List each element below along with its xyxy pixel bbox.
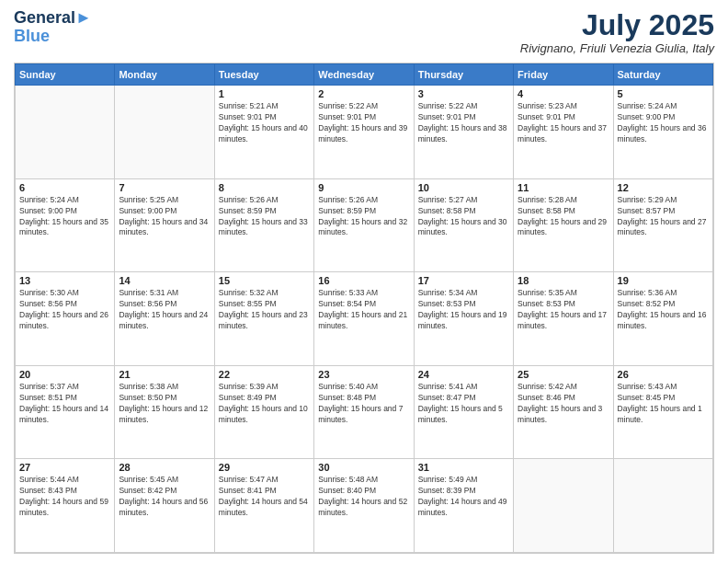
day-info: Sunrise: 5:39 AMSunset: 8:49 PMDaylight:… (219, 382, 310, 426)
day-number: 19 (618, 275, 709, 286)
page: General► Blue July 2025 Rivignano, Friul… (0, 0, 728, 563)
calendar-cell: 13Sunrise: 5:30 AMSunset: 8:56 PMDayligh… (16, 272, 115, 366)
logo: General► Blue (14, 9, 92, 46)
day-number: 20 (19, 369, 110, 380)
day-number: 2 (318, 88, 409, 99)
calendar-cell (613, 459, 712, 553)
day-info: Sunrise: 5:26 AMSunset: 8:59 PMDaylight:… (219, 195, 310, 239)
day-header-monday: Monday (115, 64, 214, 86)
day-number: 30 (318, 462, 409, 473)
month-year: July 2025 (520, 9, 714, 41)
day-info: Sunrise: 5:23 AMSunset: 9:01 PMDaylight:… (518, 101, 609, 145)
calendar-cell: 23Sunrise: 5:40 AMSunset: 8:48 PMDayligh… (314, 365, 414, 459)
location: Rivignano, Friuli Venezia Giulia, Italy (520, 41, 714, 55)
day-header-thursday: Thursday (414, 64, 513, 86)
day-number: 29 (219, 462, 310, 473)
title-block: July 2025 Rivignano, Friuli Venezia Giul… (520, 9, 714, 55)
day-info: Sunrise: 5:44 AMSunset: 8:43 PMDaylight:… (19, 475, 110, 519)
day-info: Sunrise: 5:27 AMSunset: 8:58 PMDaylight:… (418, 195, 509, 239)
day-info: Sunrise: 5:29 AMSunset: 8:57 PMDaylight:… (618, 195, 709, 239)
day-header-tuesday: Tuesday (214, 64, 313, 86)
calendar-cell: 15Sunrise: 5:32 AMSunset: 8:55 PMDayligh… (214, 272, 313, 366)
day-info: Sunrise: 5:35 AMSunset: 8:53 PMDaylight:… (518, 288, 609, 332)
day-number: 10 (418, 182, 509, 193)
calendar-cell: 31Sunrise: 5:49 AMSunset: 8:39 PMDayligh… (414, 459, 513, 553)
day-number: 1 (219, 88, 310, 99)
day-info: Sunrise: 5:26 AMSunset: 8:59 PMDaylight:… (318, 195, 409, 239)
calendar-cell: 24Sunrise: 5:41 AMSunset: 8:47 PMDayligh… (414, 365, 513, 459)
day-info: Sunrise: 5:36 AMSunset: 8:52 PMDaylight:… (618, 288, 709, 332)
calendar-cell: 9Sunrise: 5:26 AMSunset: 8:59 PMDaylight… (314, 178, 414, 272)
calendar-cell: 10Sunrise: 5:27 AMSunset: 8:58 PMDayligh… (414, 178, 513, 272)
calendar-cell: 28Sunrise: 5:45 AMSunset: 8:42 PMDayligh… (115, 459, 214, 553)
calendar-cell: 2Sunrise: 5:22 AMSunset: 9:01 PMDaylight… (314, 86, 414, 179)
day-info: Sunrise: 5:40 AMSunset: 8:48 PMDaylight:… (318, 382, 409, 426)
day-number: 28 (119, 462, 210, 473)
day-info: Sunrise: 5:34 AMSunset: 8:53 PMDaylight:… (418, 288, 509, 332)
day-number: 25 (518, 369, 609, 380)
day-number: 8 (219, 182, 310, 193)
day-number: 9 (318, 182, 409, 193)
day-header-friday: Friday (514, 64, 613, 86)
calendar-cell: 11Sunrise: 5:28 AMSunset: 8:58 PMDayligh… (514, 178, 613, 272)
calendar-cell: 22Sunrise: 5:39 AMSunset: 8:49 PMDayligh… (214, 365, 313, 459)
calendar-cell: 21Sunrise: 5:38 AMSunset: 8:50 PMDayligh… (115, 365, 214, 459)
calendar-cell: 26Sunrise: 5:43 AMSunset: 8:45 PMDayligh… (613, 365, 712, 459)
day-number: 17 (418, 275, 509, 286)
calendar-cell: 4Sunrise: 5:23 AMSunset: 9:01 PMDaylight… (514, 86, 613, 179)
day-header-wednesday: Wednesday (314, 64, 414, 86)
day-header-saturday: Saturday (613, 64, 712, 86)
day-number: 5 (618, 88, 709, 99)
day-info: Sunrise: 5:49 AMSunset: 8:39 PMDaylight:… (418, 475, 509, 519)
day-info: Sunrise: 5:28 AMSunset: 8:58 PMDaylight:… (518, 195, 609, 239)
day-info: Sunrise: 5:48 AMSunset: 8:40 PMDaylight:… (318, 475, 409, 519)
calendar-cell: 29Sunrise: 5:47 AMSunset: 8:41 PMDayligh… (214, 459, 313, 553)
day-number: 21 (119, 369, 210, 380)
day-number: 23 (318, 369, 409, 380)
day-number: 15 (219, 275, 310, 286)
day-number: 27 (19, 462, 110, 473)
calendar-cell: 16Sunrise: 5:33 AMSunset: 8:54 PMDayligh… (314, 272, 414, 366)
day-number: 3 (418, 88, 509, 99)
calendar-cell: 20Sunrise: 5:37 AMSunset: 8:51 PMDayligh… (16, 365, 115, 459)
calendar-cell: 19Sunrise: 5:36 AMSunset: 8:52 PMDayligh… (613, 272, 712, 366)
day-info: Sunrise: 5:45 AMSunset: 8:42 PMDaylight:… (119, 475, 210, 519)
day-number: 4 (518, 88, 609, 99)
calendar-cell (514, 459, 613, 553)
day-info: Sunrise: 5:41 AMSunset: 8:47 PMDaylight:… (418, 382, 509, 426)
logo-blue: Blue (14, 28, 92, 46)
calendar: SundayMondayTuesdayWednesdayThursdayFrid… (14, 63, 714, 554)
day-number: 13 (19, 275, 110, 286)
calendar-cell: 7Sunrise: 5:25 AMSunset: 9:00 PMDaylight… (115, 178, 214, 272)
calendar-cell: 25Sunrise: 5:42 AMSunset: 8:46 PMDayligh… (514, 365, 613, 459)
day-info: Sunrise: 5:22 AMSunset: 9:01 PMDaylight:… (318, 101, 409, 145)
day-info: Sunrise: 5:38 AMSunset: 8:50 PMDaylight:… (119, 382, 210, 426)
day-info: Sunrise: 5:24 AMSunset: 9:00 PMDaylight:… (618, 101, 709, 145)
calendar-cell: 17Sunrise: 5:34 AMSunset: 8:53 PMDayligh… (414, 272, 513, 366)
day-number: 14 (119, 275, 210, 286)
day-info: Sunrise: 5:47 AMSunset: 8:41 PMDaylight:… (219, 475, 310, 519)
calendar-cell: 30Sunrise: 5:48 AMSunset: 8:40 PMDayligh… (314, 459, 414, 553)
day-info: Sunrise: 5:32 AMSunset: 8:55 PMDaylight:… (219, 288, 310, 332)
day-header-sunday: Sunday (16, 64, 115, 86)
day-number: 24 (418, 369, 509, 380)
calendar-cell: 12Sunrise: 5:29 AMSunset: 8:57 PMDayligh… (613, 178, 712, 272)
calendar-cell: 3Sunrise: 5:22 AMSunset: 9:01 PMDaylight… (414, 86, 513, 179)
day-number: 7 (119, 182, 210, 193)
day-number: 11 (518, 182, 609, 193)
calendar-cell (115, 86, 214, 179)
day-info: Sunrise: 5:21 AMSunset: 9:01 PMDaylight:… (219, 101, 310, 145)
calendar-cell (16, 86, 115, 179)
day-info: Sunrise: 5:24 AMSunset: 9:00 PMDaylight:… (19, 195, 110, 239)
day-info: Sunrise: 5:22 AMSunset: 9:01 PMDaylight:… (418, 101, 509, 145)
day-number: 31 (418, 462, 509, 473)
day-number: 12 (618, 182, 709, 193)
day-info: Sunrise: 5:43 AMSunset: 8:45 PMDaylight:… (618, 382, 709, 426)
header: General► Blue July 2025 Rivignano, Friul… (14, 9, 714, 55)
day-info: Sunrise: 5:33 AMSunset: 8:54 PMDaylight:… (318, 288, 409, 332)
calendar-cell: 8Sunrise: 5:26 AMSunset: 8:59 PMDaylight… (214, 178, 313, 272)
day-number: 26 (618, 369, 709, 380)
calendar-cell: 27Sunrise: 5:44 AMSunset: 8:43 PMDayligh… (16, 459, 115, 553)
day-number: 18 (518, 275, 609, 286)
calendar-cell: 5Sunrise: 5:24 AMSunset: 9:00 PMDaylight… (613, 86, 712, 179)
